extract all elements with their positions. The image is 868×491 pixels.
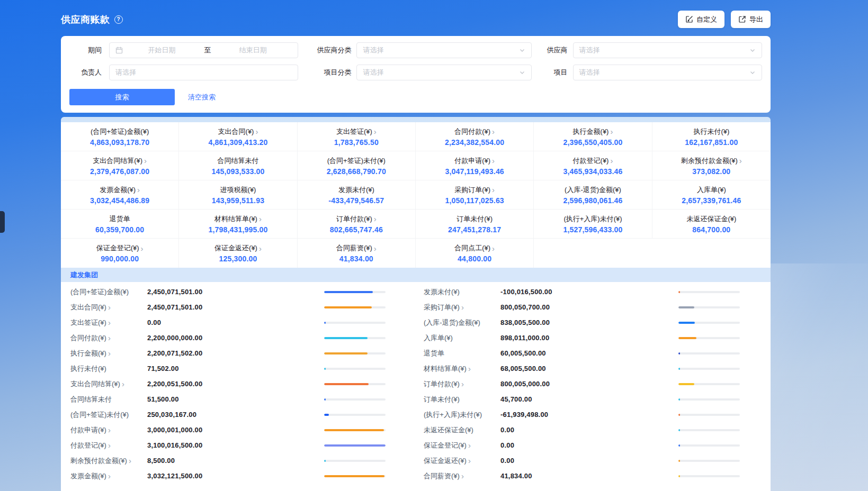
summary-metric-value: 4,861,309,413.20	[208, 138, 267, 147]
summary-metric-cell: 进项税额(¥)143,959,511.93	[179, 180, 297, 210]
metric-label[interactable]: 采购订单(¥)›	[424, 303, 500, 312]
end-date-input[interactable]: 结束日期	[214, 46, 292, 55]
metric-value: 60,005,500.00	[500, 349, 678, 357]
project-select[interactable]: 请选择	[573, 65, 762, 80]
group-metric-row: 订单未付(¥)45,700.00	[416, 392, 771, 407]
metric-label[interactable]: 合同付款(¥)›	[70, 333, 147, 343]
summary-metric-cell[interactable]: 支出签证(¥)›1,783,765.50	[298, 122, 416, 151]
summary-metric-label: (执行+入库)未付(¥)	[563, 214, 622, 224]
metric-progress-bar	[678, 429, 740, 431]
summary-metric-cell[interactable]: 合同点工(¥)›44,800.00	[416, 239, 534, 268]
metric-label[interactable]: 支出签证(¥)›	[70, 318, 147, 328]
chevron-right-icon: ›	[108, 319, 111, 326]
metric-label[interactable]: 保证金返还(¥)›	[424, 456, 500, 466]
summary-metric-value: 247,451,278.17	[448, 225, 501, 234]
project-category-select[interactable]: 请选择	[356, 65, 531, 80]
chevron-right-icon: ›	[468, 441, 471, 449]
chevron-right-icon: ›	[108, 334, 111, 342]
metric-label[interactable]: 支出合同结算(¥)›	[70, 379, 147, 389]
group-metric-row: 执行金额(¥)›2,200,071,502.00	[61, 345, 416, 361]
summary-metric-cell[interactable]: 付款登记(¥)›3,465,934,033.46	[534, 151, 652, 180]
chevron-right-icon: ›	[492, 244, 495, 252]
group-metric-row: 材料结算单(¥)›68,005,500.00	[416, 361, 771, 376]
summary-metric-cell[interactable]: 执行金额(¥)›2,396,550,405.00	[534, 122, 652, 151]
chevron-right-icon: ›	[461, 380, 464, 388]
chevron-right-icon: ›	[255, 128, 258, 135]
customize-button[interactable]: 自定义	[678, 11, 724, 28]
clear-search-link[interactable]: 清空搜索	[188, 93, 216, 102]
summary-metric-cell[interactable]: 保证金返还(¥)›125,300.00	[179, 239, 297, 268]
filter-panel: 期间 开始日期 至 结束日期 供应商分类 请选择 供应商 请选择	[61, 36, 771, 113]
metric-label: 退货单	[424, 349, 500, 358]
metric-value: 838,005,500.00	[500, 319, 678, 326]
metric-progress-bar	[678, 337, 740, 339]
summary-metric-cell[interactable]: 采购订单(¥)›1,050,117,025.63	[416, 180, 534, 210]
customize-button-label: 自定义	[696, 15, 717, 24]
summary-metric-cell[interactable]: 支出合同(¥)›4,861,309,413.20	[179, 122, 297, 151]
chevron-down-icon	[749, 47, 756, 53]
summary-metric-label: 剩余预付款金额(¥)›	[681, 156, 742, 166]
metric-label[interactable]: 付款申请(¥)›	[70, 425, 147, 435]
summary-metric-cell[interactable]: 订单付款(¥)›802,665,747.46	[298, 210, 416, 239]
metric-progress-bar	[324, 398, 386, 401]
chevron-right-icon: ›	[259, 244, 262, 252]
metric-label[interactable]: 保证金登记(¥)›	[424, 441, 500, 450]
supplier-select[interactable]: 请选择	[573, 42, 762, 58]
edit-icon	[685, 15, 693, 23]
group-metrics-left: (合同+签证)金额(¥)2,450,071,501.00支出合同(¥)›2,45…	[61, 284, 416, 484]
metric-label[interactable]: 发票金额(¥)›	[70, 471, 147, 481]
chevron-right-icon: ›	[141, 244, 144, 252]
group-header[interactable]: 建发集团	[61, 268, 771, 282]
summary-metric-cell[interactable]: 支出合同结算(¥)›2,379,476,087.00	[61, 151, 179, 180]
metric-value: 45,700.00	[500, 395, 678, 403]
summary-metric-value: 990,000.00	[101, 254, 139, 263]
supplier-category-select[interactable]: 请选择	[356, 42, 531, 58]
summary-metric-value: 60,359,700.00	[95, 225, 144, 234]
metric-progress-bar	[678, 475, 740, 477]
summary-metric-cell[interactable]: 保证金登记(¥)›990,000.00	[61, 239, 179, 268]
group-metric-row: 采购订单(¥)›800,050,700.00	[416, 299, 771, 315]
summary-metric-label: 支出合同结算(¥)›	[93, 156, 147, 166]
metric-label[interactable]: 执行金额(¥)›	[70, 349, 147, 358]
metric-value: 2,450,071,501.00	[147, 303, 324, 311]
metric-value: 3,032,121,500.00	[147, 472, 324, 480]
summary-metric-cell[interactable]: 合同薪资(¥)›41,834.00	[298, 239, 416, 268]
chevron-right-icon: ›	[492, 157, 495, 165]
owner-select[interactable]: 请选择	[109, 65, 298, 80]
help-icon[interactable]: ?	[114, 15, 123, 24]
summary-metric-value: 802,665,747.46	[330, 225, 383, 234]
summary-metric-label: 付款申请(¥)›	[454, 156, 495, 166]
metric-label[interactable]: 材料结算单(¥)›	[424, 364, 500, 374]
summary-metric-value: 3,032,454,486.89	[90, 196, 149, 205]
summary-metric-value: 1,783,765.50	[334, 138, 379, 147]
metric-label[interactable]: 订单付款(¥)›	[424, 379, 500, 389]
metric-label: 未返还保证金(¥)	[424, 425, 500, 435]
date-range-picker[interactable]: 开始日期 至 结束日期	[109, 42, 298, 58]
metric-label[interactable]: 剩余预付款金额(¥)›	[70, 456, 147, 466]
summary-metric-cell[interactable]: 合同付款(¥)›2,234,382,554.00	[416, 122, 534, 151]
group-metric-row: 入库单(¥)898,011,000.00	[416, 330, 771, 345]
start-date-input[interactable]: 开始日期	[123, 46, 201, 55]
summary-metric-cell[interactable]: 剩余预付款金额(¥)›373,082.00	[652, 151, 771, 180]
search-button[interactable]: 搜索	[69, 89, 175, 105]
page-container: 供应商账款 ? 自定义 导出	[61, 0, 771, 491]
summary-metric-label: 发票金额(¥)›	[100, 185, 140, 195]
chevron-right-icon: ›	[374, 215, 377, 223]
group-metric-row: 保证金登记(¥)›0.00	[416, 438, 771, 453]
group-metric-row: (合同+签证)未付(¥)250,030,167.00	[61, 407, 416, 422]
export-button[interactable]: 导出	[731, 11, 771, 28]
drawer-collapse-handle[interactable]	[0, 211, 5, 233]
metric-label[interactable]: 合同薪资(¥)›	[424, 471, 500, 481]
summary-metric-cell: 未返还保证金(¥)864,700.00	[652, 210, 771, 239]
summary-metric-cell: (合同+签证)金额(¥)4,863,093,178.70	[61, 122, 179, 151]
metric-label[interactable]: 支出合同(¥)›	[70, 303, 147, 312]
metric-label[interactable]: 付款登记(¥)›	[70, 441, 147, 450]
metric-progress-bar	[678, 383, 740, 385]
summary-metric-cell[interactable]: 付款申请(¥)›3,047,119,493.46	[416, 151, 534, 180]
supplier-label: 供应商	[536, 46, 568, 55]
summary-metric-cell[interactable]: 发票金额(¥)›3,032,454,486.89	[61, 180, 179, 210]
summary-metric-value: 41,834.00	[339, 254, 373, 263]
summary-metric-value: 2,234,382,554.00	[445, 138, 504, 147]
summary-metric-cell[interactable]: 材料结算单(¥)›1,798,431,995.00	[179, 210, 297, 239]
metric-value: 898,011,000.00	[500, 334, 678, 342]
